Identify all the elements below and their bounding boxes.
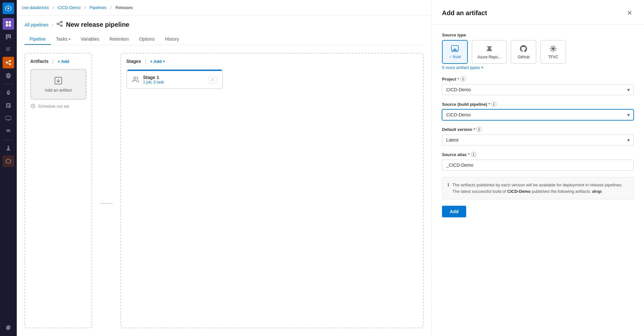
svg-point-29 <box>134 77 136 79</box>
all-pipelines-link[interactable]: All pipelines <box>24 22 49 27</box>
svg-point-9 <box>9 60 11 62</box>
source-alias-label: Source alias * ℹ <box>442 152 634 157</box>
source-type-label: Source type <box>442 33 634 37</box>
panel-body: Source type ✓ Build Azure Repo... <box>432 25 644 225</box>
add-artifact-button[interactable]: Add <box>442 206 466 217</box>
panel-close-button[interactable]: ✕ <box>626 8 634 18</box>
source-alias-info-icon[interactable]: ℹ <box>471 152 476 157</box>
tab-pipeline[interactable]: Pipeline <box>24 34 51 45</box>
stages-add-btn[interactable]: + Add ▾ <box>150 59 165 64</box>
svg-point-8 <box>6 62 8 64</box>
pipeline-name: New release pipeline <box>66 21 130 28</box>
sidebar-icon-settings[interactable] <box>3 322 14 333</box>
stages-add-dropdown-icon: ▾ <box>163 60 165 63</box>
breadcrumb-sep-3: / <box>111 5 112 10</box>
source-type-azure-repo[interactable]: Azure Repo... <box>472 40 507 64</box>
svg-point-10 <box>9 63 11 65</box>
title-separator: › <box>52 23 53 27</box>
schedule-label: Schedule not set <box>38 104 69 109</box>
sidebar-icon-book[interactable] <box>3 100 14 111</box>
source-type-github[interactable]: GitHub <box>511 40 536 64</box>
source-pipeline-field: Source (build pipeline) * ℹ CICD-Demo <box>442 102 634 120</box>
breadcrumb-org[interactable]: cse-databricks <box>22 5 49 10</box>
schedule-icon <box>30 104 35 109</box>
source-types-grid: ✓ Build Azure Repo... GitHub <box>442 40 634 64</box>
info-project-bold: CICD-Demo <box>507 189 531 194</box>
stages-header: Stages | + Add ▾ <box>126 59 418 64</box>
stage-1-card[interactable]: Stage 1 1 job, 0 task <box>126 69 223 89</box>
default-version-info-icon[interactable]: ℹ <box>476 127 482 132</box>
sidebar-icon-pipelines[interactable] <box>3 57 14 68</box>
tab-options[interactable]: Options <box>134 34 160 45</box>
svg-point-30 <box>212 78 214 80</box>
sidebar-icon-boards[interactable] <box>3 31 14 43</box>
stages-section: Stages | + Add ▾ Stage 1 <box>120 53 424 328</box>
schedule-card[interactable]: Schedule not set <box>30 104 86 109</box>
source-required: * <box>488 102 490 107</box>
sidebar-icon-grid[interactable] <box>3 125 14 137</box>
source-type-tfvc[interactable]: TFVC <box>540 40 566 64</box>
sidebar-icon-testplans[interactable] <box>3 70 14 81</box>
source-alias-input[interactable] <box>442 160 634 171</box>
sidebar-icon-repos[interactable] <box>3 44 14 55</box>
breadcrumb-sep-2: / <box>84 5 86 10</box>
sidebar-icon-overview[interactable] <box>3 18 14 30</box>
app-logo <box>3 3 14 14</box>
add-artifact-card[interactable]: Add an artifact <box>30 69 86 100</box>
breadcrumb-pipelines[interactable]: Pipelines <box>90 5 107 10</box>
sidebar <box>0 0 17 336</box>
svg-point-23 <box>61 25 62 26</box>
svg-rect-5 <box>6 34 7 39</box>
azure-repo-icon <box>485 44 494 53</box>
more-artifact-types-link[interactable]: 5 more artifact types ▾ <box>442 65 634 70</box>
svg-point-15 <box>6 129 8 131</box>
tab-tasks[interactable]: Tasks ▾ <box>51 34 76 45</box>
project-select-wrapper: CICD-Demo <box>442 84 634 95</box>
project-label: Project * ℹ <box>442 76 634 82</box>
svg-point-20 <box>9 131 10 132</box>
tab-retention[interactable]: Retention <box>104 34 134 45</box>
svg-point-22 <box>61 21 62 23</box>
default-version-select-wrapper: Latest <box>442 134 634 145</box>
svg-rect-1 <box>6 21 8 24</box>
default-version-select[interactable]: Latest <box>442 134 634 145</box>
source-alias-field: Source alias * ℹ <box>442 152 634 171</box>
svg-rect-2 <box>9 21 11 24</box>
svg-point-17 <box>9 129 10 131</box>
source-info-icon[interactable]: ℹ <box>491 102 496 107</box>
tab-variables[interactable]: Variables <box>76 34 104 45</box>
source-type-field: Source type ✓ Build Azure Repo... <box>442 33 634 70</box>
source-type-build[interactable]: ✓ Build <box>442 40 468 64</box>
project-info-icon[interactable]: ℹ <box>460 76 466 82</box>
svg-line-11 <box>8 61 9 62</box>
breadcrumb-project[interactable]: CICD-Demo <box>58 5 81 10</box>
sidebar-icon-box[interactable] <box>3 155 14 167</box>
pipeline-title-icon <box>56 21 63 29</box>
tfvc-label: TFVC <box>548 55 558 59</box>
build-icon <box>451 44 459 53</box>
svg-point-16 <box>8 129 9 131</box>
sidebar-icon-monitor[interactable] <box>3 113 14 124</box>
sidebar-icon-flask[interactable] <box>3 143 14 154</box>
top-nav: cse-databricks / CICD-Demo / Pipelines /… <box>17 0 431 15</box>
pipeline-header: All pipelines › New release pipeline Pip… <box>17 15 431 45</box>
stage-info: Stage 1 1 job, 0 task <box>143 75 204 84</box>
github-label: GitHub <box>518 55 530 59</box>
more-types-label: 5 more artifact types <box>442 65 480 70</box>
default-version-field: Default version * ℹ Latest <box>442 127 634 145</box>
project-required: * <box>457 77 459 82</box>
panel-header: Add an artifact ✕ <box>432 0 644 25</box>
tabs-bar: Pipeline Tasks ▾ Variables Retention Opt… <box>24 34 424 45</box>
info-box-icon: ℹ <box>447 182 449 187</box>
artifacts-add-btn[interactable]: + Add <box>58 59 69 64</box>
source-select[interactable]: CICD-Demo <box>442 109 634 120</box>
svg-point-18 <box>6 131 8 132</box>
sidebar-separator-2 <box>3 140 14 140</box>
right-panel: Add an artifact ✕ Source type ✓ Build <box>431 0 644 336</box>
stage-avatar[interactable] <box>208 75 217 84</box>
sidebar-icon-rocket[interactable] <box>3 87 14 98</box>
project-select[interactable]: CICD-Demo <box>442 84 634 95</box>
stage-icon <box>132 76 139 83</box>
tab-history[interactable]: History <box>160 34 184 45</box>
pipeline-title-row: All pipelines › New release pipeline <box>24 21 424 29</box>
